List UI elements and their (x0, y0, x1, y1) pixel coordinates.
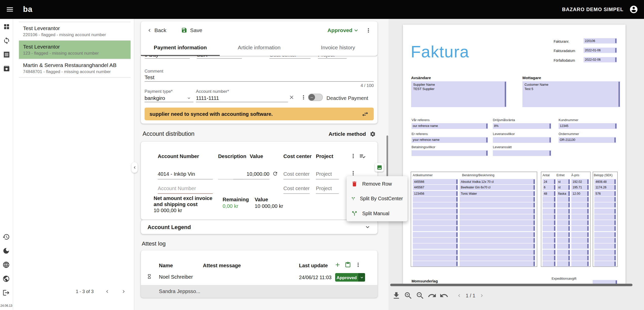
moms-label: Momsunderlag (412, 279, 438, 283)
account-number-input[interactable]: 1111-1111 (196, 95, 219, 101)
row1-cost-center-select[interactable]: Cost center (283, 171, 310, 177)
clipboard-icon[interactable] (345, 261, 351, 268)
clear-account-icon[interactable] (289, 94, 294, 100)
rotate-left-icon[interactable] (439, 291, 448, 300)
back-button[interactable]: Back (147, 27, 166, 33)
language-icon[interactable] (3, 261, 10, 269)
playlist-check-icon[interactable] (359, 153, 366, 160)
supplier-subtitle: 220106 - flagged - missing account numbe… (23, 32, 126, 37)
attest-status-button[interactable]: Approved (335, 273, 365, 282)
status-dropdown[interactable]: Approved (328, 27, 359, 33)
article-cell (594, 255, 616, 261)
supplier-list-item-selected[interactable]: Test Leverantor 123 - flagged - missing … (19, 41, 131, 59)
row2-cost-center-select[interactable]: Cost center (283, 186, 310, 191)
article-cell: 445567 (413, 185, 458, 190)
sync-supplier-icon[interactable] (361, 110, 369, 118)
invoice-date-field: 2022-01-06 (584, 48, 617, 53)
preview-scrollbar-thumb[interactable] (390, 284, 633, 286)
cost-center-field[interactable]: Cost center (269, 56, 310, 59)
attest-row-name: Noel Schreiber (159, 274, 193, 280)
save-button[interactable]: Save (181, 27, 202, 33)
next-page-icon[interactable] (479, 293, 485, 299)
invoice-number-field: 220106 (584, 38, 617, 43)
attest-row[interactable]: Sandra Jeppsso... (141, 285, 377, 298)
supplier-list-item[interactable]: Test Leverantor 220106 - flagged - missi… (19, 22, 131, 41)
prev-page-icon[interactable] (456, 293, 462, 299)
payment-terms-label: Betalningsvillkor (412, 145, 435, 149)
tab-invoice-history[interactable]: Invoice history (298, 39, 377, 56)
row1-underline (233, 179, 269, 180)
attest-kebab-icon[interactable] (355, 261, 361, 268)
article-cell (543, 243, 556, 249)
menu-item-remove-row[interactable]: Remove Row (347, 176, 407, 191)
article-cell (594, 197, 616, 202)
attest-status-caret[interactable] (358, 273, 365, 282)
article-cell: st (557, 185, 570, 190)
hamburger-menu-icon[interactable] (6, 5, 14, 13)
pagination-next-icon[interactable] (121, 289, 126, 294)
web-icon[interactable] (3, 275, 10, 282)
account-legend-card[interactable]: Account Legend (141, 220, 377, 234)
menu-item-split-manual[interactable]: Split Manual (347, 206, 407, 221)
due-date-field: 2022-02-06 (584, 57, 617, 62)
account-circle-icon[interactable] (629, 5, 638, 14)
row-context-menu: Remove Row Split By CostCenter Split Man… (347, 176, 407, 222)
app-logo[interactable]: ba (23, 5, 33, 14)
article-cell (460, 197, 535, 202)
clipped-form-row: 0 Day SEK Cost center Project (145, 56, 374, 59)
delivery-terms-field (493, 137, 551, 143)
history-icon[interactable] (3, 233, 10, 240)
dashboard-icon[interactable] (3, 23, 10, 30)
collapse-panel-button[interactable] (132, 162, 138, 173)
invoice-date-value: 2022-01-06 (584, 48, 617, 53)
deactivate-payment-toggle[interactable]: – (308, 94, 323, 101)
tab-article-information[interactable]: Article information (220, 39, 299, 56)
remaining-value: 0,00 kr (223, 203, 238, 209)
customer-number-label: Kundnummer (559, 118, 578, 122)
zoom-in-icon[interactable] (404, 291, 413, 300)
dark-mode-icon[interactable] (3, 247, 10, 254)
toolbar-kebab-icon[interactable] (365, 27, 372, 33)
chevron-down-icon[interactable] (364, 224, 371, 230)
row1-project-select[interactable]: Project (316, 171, 332, 177)
archive-icon[interactable] (3, 65, 10, 72)
article-cell (571, 214, 589, 219)
supplier-list-item[interactable]: Martin & Servera Restauranghandel AB 748… (19, 59, 131, 78)
add-attest-icon[interactable] (334, 261, 341, 268)
menu-label: Remove Row (362, 181, 392, 187)
col-benamning: Benämning/Beskrivning (462, 173, 495, 177)
table-kebab-icon[interactable] (350, 153, 356, 159)
menu-item-split-by-costcenter[interactable]: Split By CostCenter (347, 191, 407, 206)
row1-underline (158, 179, 213, 180)
row1-value-input[interactable]: 10,000.00 (233, 171, 269, 177)
project-field[interactable]: Project (318, 56, 347, 59)
payment-type-caret-icon[interactable] (186, 96, 191, 100)
payment-type-select[interactable]: bankgiro (145, 95, 165, 101)
account-kebab-icon[interactable] (300, 94, 307, 101)
article-cell (571, 232, 589, 237)
refresh-value-icon[interactable] (272, 171, 278, 176)
article-cell (460, 226, 535, 231)
row2-account-input[interactable]: Account Number (158, 186, 196, 191)
col-cost-center: Cost center (283, 153, 312, 159)
tab-payment-information[interactable]: Payment information (141, 39, 220, 56)
row2-project-select[interactable]: Project (316, 186, 332, 191)
attest-log-title: Attest log (142, 240, 166, 247)
page-navigation: 1 / 1 (456, 293, 485, 299)
pagination-prev-icon[interactable] (104, 289, 110, 294)
gear-icon[interactable] (370, 131, 376, 137)
zoom-out-icon[interactable] (416, 291, 425, 300)
row1-kebab-icon[interactable] (350, 170, 356, 176)
download-icon[interactable] (392, 291, 401, 300)
logout-icon[interactable] (3, 289, 10, 296)
row1-account-input[interactable]: 4014 - Inköp Vin (158, 171, 195, 177)
invoices-icon[interactable] (3, 51, 10, 58)
comment-input[interactable]: Test (145, 74, 155, 80)
menu-label: Split Manual (362, 211, 389, 216)
receiver-field: Customer Name Test 5 (522, 81, 620, 107)
currency-field[interactable]: SEK (197, 56, 242, 59)
show-invoice-image-button[interactable] (375, 163, 383, 172)
rotate-right-icon[interactable] (427, 291, 437, 300)
sync-icon[interactable] (3, 37, 10, 44)
payment-term-field[interactable]: 0 Day (145, 56, 190, 59)
